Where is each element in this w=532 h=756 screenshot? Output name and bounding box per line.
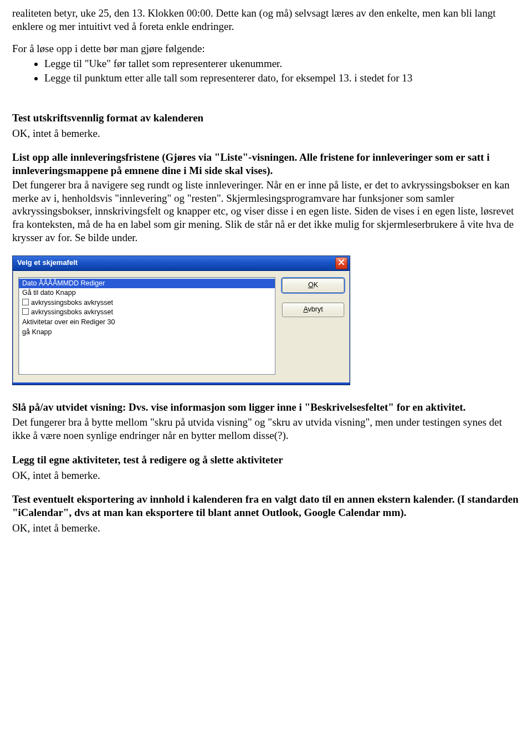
form-field-dialog: Velg et skjemafelt Dato ÅÅÅÅMMDD Rediger… [12,256,350,385]
section-print-body: OK, intet å bemerke. [12,127,520,140]
dialog-titlebar: Velg et skjemafelt [13,256,350,271]
intro-bullets: Legge til "Uke" før tallet som represent… [12,57,520,85]
dialog-bottom-border [13,382,350,385]
list-item[interactable]: Aktivitetar over ein Rediger 30 [19,318,275,328]
ok-button[interactable]: OK [282,278,344,293]
list-item-label: avkryssingsboks avkrysset [31,299,113,307]
list-item-label: avkryssingsboks avkrysset [31,308,113,316]
intro-bullet-1: Legge til "Uke" før tallet som represent… [44,57,520,70]
section-list-title: List opp alle innleveringsfristene (Gjør… [12,151,489,176]
section-list-paragraph: List opp alle innleveringsfristene (Gjør… [12,151,520,177]
intro-paragraph-2: For å løse opp i dette bør man gjøre føl… [12,42,520,55]
intro-paragraph-1: realiteten betyr, uke 25, den 13. Klokke… [12,7,520,33]
section-list-body: Det fungerer bra å navigere seg rundt og… [12,178,520,244]
list-item[interactable]: Gå til dato Knapp [19,288,275,298]
close-icon [339,258,344,267]
checkbox-icon [22,299,29,305]
checkbox-icon [22,308,29,315]
close-button[interactable] [335,257,347,269]
section-activities-body: OK, intet å bemerke. [12,469,520,482]
section-export-title: Test eventuelt eksportering av innhold i… [12,493,520,519]
list-item[interactable]: avkryssingsboks avkrysset [19,308,275,318]
dialog-title: Velg et skjemafelt [17,258,78,267]
section-export-body: OK, intet å bemerke. [12,522,520,535]
section-extended-title: Slå på/av utvidet visning: Dvs. vise inf… [12,401,520,414]
form-field-listbox[interactable]: Dato ÅÅÅÅMMDD Rediger Gå til dato Knapp … [18,277,275,375]
section-activities-title: Legg til egne aktiviteter, test å redige… [12,453,520,467]
cancel-button[interactable]: Avbryt [282,303,344,317]
list-item[interactable]: gå Knapp [19,328,275,338]
list-item[interactable]: avkryssingsboks avkrysset [19,298,275,308]
section-extended-body: Det fungerer bra å bytte mellom "skru på… [12,416,520,442]
intro-bullet-2: Legge til punktum etter alle tall som re… [44,71,520,85]
list-item[interactable]: Dato ÅÅÅÅMMDD Rediger [19,279,275,289]
section-print-title: Test utskriftsvennlig format av kalender… [12,111,520,125]
